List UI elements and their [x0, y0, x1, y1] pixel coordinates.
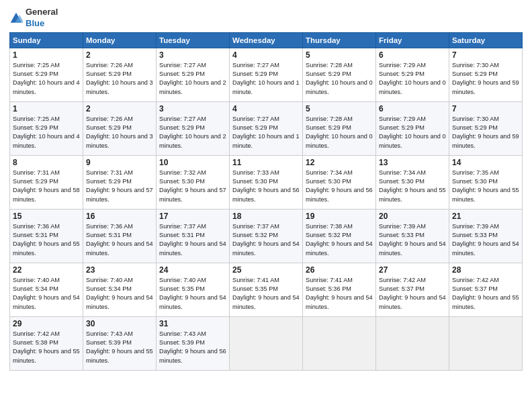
day-info: Sunrise: 7:42 AM Sunset: 5:38 PM Dayligh…: [13, 330, 80, 365]
day-info: Sunrise: 7:29 AM Sunset: 5:29 PM Dayligh…: [379, 115, 446, 150]
sunset-label: Sunset: 5:31 PM: [159, 232, 205, 238]
header-day-tuesday: Tuesday: [157, 32, 230, 48]
daylight-label: Daylight: 10 hours and 4 minutes.: [13, 79, 80, 95]
calendar-cell: 12 Sunrise: 7:34 AM Sunset: 5:30 PM Dayl…: [303, 155, 376, 209]
calendar-cell: 5 Sunrise: 7:28 AM Sunset: 5:29 PM Dayli…: [303, 48, 376, 101]
sunrise-label: Sunrise: 7:26 AM: [86, 116, 133, 122]
sunset-label: Sunset: 5:29 PM: [452, 71, 498, 77]
calendar-cell: 1 Sunrise: 7:25 AM Sunset: 5:29 PM Dayli…: [10, 101, 83, 155]
sunrise-label: Sunrise: 7:42 AM: [379, 277, 426, 283]
header-day-monday: Monday: [83, 32, 157, 48]
day-info: Sunrise: 7:26 AM Sunset: 5:29 PM Dayligh…: [86, 61, 153, 97]
sunset-label: Sunset: 5:38 PM: [13, 339, 58, 346]
day-number: 15: [13, 212, 80, 221]
day-number: 10: [159, 158, 226, 167]
sunrise-label: Sunrise: 7:31 AM: [13, 169, 60, 176]
day-number: 29: [13, 319, 80, 328]
logo-icon: [9, 11, 23, 25]
calendar-cell: 6 Sunrise: 7:29 AM Sunset: 5:29 PM Dayli…: [376, 101, 449, 155]
calendar-cell: 25 Sunrise: 7:41 AM Sunset: 5:35 PM Dayl…: [230, 263, 303, 316]
sunrise-label: Sunrise: 7:27 AM: [232, 116, 279, 122]
sunset-label: Sunset: 5:30 PM: [452, 178, 498, 185]
sunrise-label: Sunrise: 7:30 AM: [452, 62, 499, 68]
sunset-label: Sunset: 5:33 PM: [452, 232, 498, 238]
daylight-label: Daylight: 9 hours and 59 minutes.: [452, 133, 519, 148]
daylight-label: Daylight: 9 hours and 54 minutes.: [159, 294, 226, 310]
sunset-label: Sunset: 5:33 PM: [379, 232, 425, 238]
sunrise-label: Sunrise: 7:29 AM: [379, 116, 426, 122]
sunset-label: Sunset: 5:29 PM: [159, 124, 205, 131]
daylight-label: Daylight: 9 hours and 54 minutes.: [86, 240, 153, 256]
day-info: Sunrise: 7:41 AM Sunset: 5:35 PM Dayligh…: [232, 276, 300, 312]
header-day-wednesday: Wednesday: [230, 32, 303, 48]
sunrise-label: Sunrise: 7:34 AM: [379, 169, 426, 176]
calendar-cell: 21 Sunrise: 7:39 AM Sunset: 5:33 PM Dayl…: [449, 209, 523, 263]
day-info: Sunrise: 7:26 AM Sunset: 5:29 PM Dayligh…: [86, 115, 153, 150]
calendar-cell: 23 Sunrise: 7:40 AM Sunset: 5:34 PM Dayl…: [83, 263, 157, 316]
daylight-label: Daylight: 9 hours and 55 minutes.: [452, 187, 519, 202]
calendar-cell: 6 Sunrise: 7:29 AM Sunset: 5:29 PM Dayli…: [376, 48, 449, 101]
day-info: Sunrise: 7:31 AM Sunset: 5:29 PM Dayligh…: [86, 169, 153, 204]
day-number: 2: [86, 50, 153, 60]
sunrise-label: Sunrise: 7:28 AM: [306, 62, 353, 68]
day-number: 12: [306, 158, 373, 167]
daylight-label: Daylight: 9 hours and 56 minutes.: [159, 348, 226, 363]
sunset-label: Sunset: 5:34 PM: [13, 285, 58, 292]
calendar-cell: 20 Sunrise: 7:39 AM Sunset: 5:33 PM Dayl…: [376, 209, 449, 263]
calendar-cell: 8 Sunrise: 7:31 AM Sunset: 5:29 PM Dayli…: [10, 155, 83, 209]
day-number: 20: [379, 212, 446, 221]
day-number: 27: [379, 265, 446, 275]
calendar-week-1: 1 Sunrise: 7:25 AM Sunset: 5:29 PM Dayli…: [10, 48, 523, 101]
sunset-label: Sunset: 5:29 PM: [379, 71, 425, 77]
day-info: Sunrise: 7:31 AM Sunset: 5:29 PM Dayligh…: [13, 169, 80, 204]
day-number: 14: [452, 158, 519, 167]
calendar-cell: 27 Sunrise: 7:42 AM Sunset: 5:37 PM Dayl…: [376, 263, 449, 316]
day-info: Sunrise: 7:36 AM Sunset: 5:31 PM Dayligh…: [86, 222, 153, 258]
daylight-label: Daylight: 9 hours and 57 minutes.: [86, 187, 153, 202]
day-number: 28: [452, 265, 519, 275]
day-info: Sunrise: 7:42 AM Sunset: 5:37 PM Dayligh…: [452, 276, 519, 312]
calendar-cell: 30 Sunrise: 7:43 AM Sunset: 5:39 PM Dayl…: [83, 316, 157, 370]
sunset-label: Sunset: 5:29 PM: [232, 71, 278, 77]
sunset-label: Sunset: 5:29 PM: [86, 124, 132, 131]
sunset-label: Sunset: 5:39 PM: [86, 339, 132, 346]
calendar-cell: 14 Sunrise: 7:35 AM Sunset: 5:30 PM Dayl…: [449, 155, 523, 209]
calendar-week-5: 29 Sunrise: 7:42 AM Sunset: 5:38 PM Dayl…: [10, 316, 523, 370]
sunset-label: Sunset: 5:37 PM: [379, 285, 425, 292]
calendar-cell: 11 Sunrise: 7:33 AM Sunset: 5:30 PM Dayl…: [230, 155, 303, 209]
calendar-cell: 4 Sunrise: 7:27 AM Sunset: 5:29 PM Dayli…: [230, 101, 303, 155]
sunrise-label: Sunrise: 7:37 AM: [232, 223, 279, 230]
day-number: 26: [306, 265, 373, 275]
calendar-cell: 29 Sunrise: 7:42 AM Sunset: 5:38 PM Dayl…: [10, 316, 83, 370]
daylight-label: Daylight: 9 hours and 54 minutes.: [306, 294, 373, 310]
calendar-cell: 7 Sunrise: 7:30 AM Sunset: 5:29 PM Dayli…: [449, 48, 523, 101]
sunset-label: Sunset: 5:29 PM: [452, 124, 498, 131]
day-number: 6: [379, 50, 446, 60]
day-number: 13: [379, 158, 446, 167]
sunrise-label: Sunrise: 7:42 AM: [452, 277, 499, 283]
calendar-cell: 18 Sunrise: 7:37 AM Sunset: 5:32 PM Dayl…: [230, 209, 303, 263]
day-info: Sunrise: 7:35 AM Sunset: 5:30 PM Dayligh…: [452, 169, 519, 204]
sunset-label: Sunset: 5:29 PM: [379, 124, 425, 131]
daylight-label: Daylight: 10 hours and 2 minutes.: [159, 133, 226, 148]
sunrise-label: Sunrise: 7:27 AM: [232, 62, 279, 68]
sunrise-label: Sunrise: 7:40 AM: [159, 277, 206, 283]
calendar-cell: 5 Sunrise: 7:28 AM Sunset: 5:29 PM Dayli…: [303, 101, 376, 155]
day-info: Sunrise: 7:34 AM Sunset: 5:30 PM Dayligh…: [379, 169, 446, 204]
daylight-label: Daylight: 9 hours and 54 minutes.: [379, 294, 446, 310]
sunrise-label: Sunrise: 7:30 AM: [452, 116, 499, 122]
sunset-label: Sunset: 5:39 PM: [159, 339, 205, 346]
sunrise-label: Sunrise: 7:27 AM: [159, 116, 206, 122]
calendar-cell: 2 Sunrise: 7:26 AM Sunset: 5:29 PM Dayli…: [83, 101, 157, 155]
day-number: 21: [452, 212, 519, 221]
sunrise-label: Sunrise: 7:40 AM: [86, 277, 133, 283]
daylight-label: Daylight: 9 hours and 54 minutes.: [232, 240, 300, 256]
sunset-label: Sunset: 5:29 PM: [232, 124, 278, 131]
day-info: Sunrise: 7:28 AM Sunset: 5:29 PM Dayligh…: [306, 115, 373, 150]
header-day-friday: Friday: [376, 32, 449, 48]
calendar-cell: 24 Sunrise: 7:40 AM Sunset: 5:35 PM Dayl…: [157, 263, 230, 316]
sunset-label: Sunset: 5:31 PM: [13, 232, 58, 238]
day-number: 30: [86, 319, 153, 328]
sunset-label: Sunset: 5:36 PM: [306, 285, 351, 292]
calendar-cell: 16 Sunrise: 7:36 AM Sunset: 5:31 PM Dayl…: [83, 209, 157, 263]
